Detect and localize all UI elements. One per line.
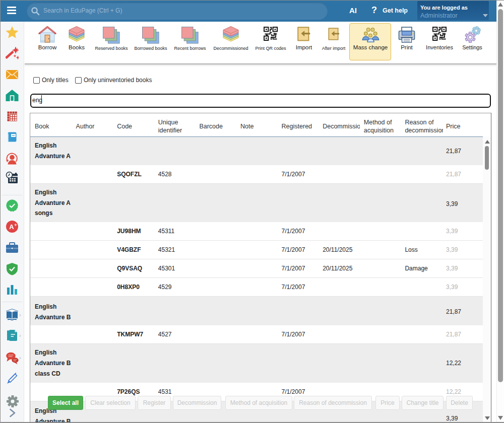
svg-text:A: A [9, 223, 14, 231]
svg-text:+: + [14, 223, 17, 228]
